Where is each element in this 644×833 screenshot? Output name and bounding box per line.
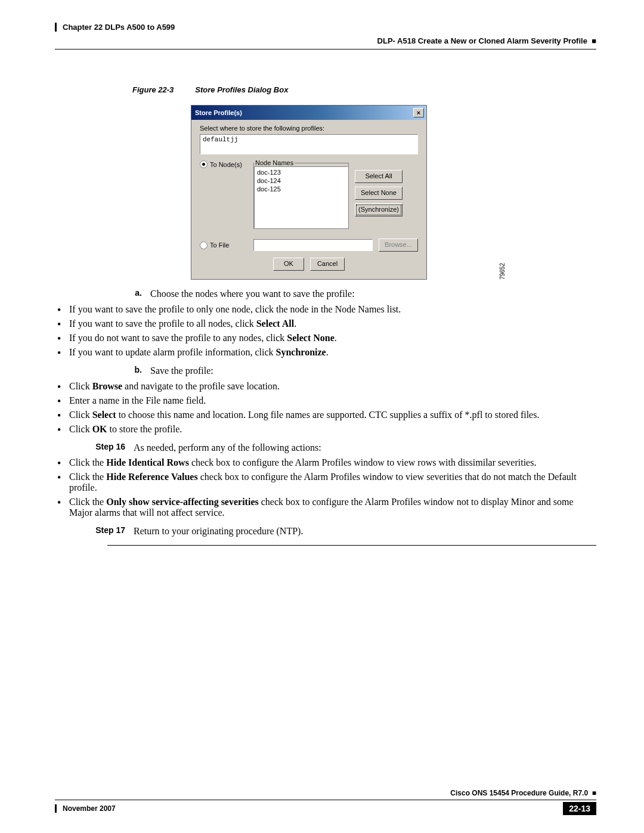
step-b-label: b. <box>55 365 150 374</box>
radio-to-nodes[interactable]: To Node(s) <box>200 160 247 168</box>
list-item: Click the Hide Identical Rows check box … <box>55 457 596 468</box>
node-names-fieldset: Node Names doc-123 doc-124 doc-125 <box>253 159 349 229</box>
close-icon[interactable]: × <box>413 108 424 117</box>
profiles-list[interactable]: defaultjj <box>200 134 418 154</box>
list-item: If you do not want to save the profile t… <box>55 333 596 343</box>
step-16-bullets: Click the Hide Identical Rows check box … <box>55 457 596 518</box>
list-item: Click Browse and navigate to the profile… <box>55 381 596 392</box>
synchronize-button[interactable]: (Synchronize) <box>355 203 402 216</box>
radio-to-file[interactable]: To File <box>200 241 247 249</box>
list-item: Click the Hide Reference Values check bo… <box>55 472 596 493</box>
node-names-list[interactable]: doc-123 doc-124 doc-125 <box>254 166 348 228</box>
step-a-label: a. <box>55 288 150 298</box>
step-b-bullets: Click Browse and navigate to the profile… <box>55 381 596 435</box>
dialog-instruction: Select where to store the following prof… <box>200 125 418 132</box>
list-item: Enter a name in the File name field. <box>55 395 596 406</box>
browse-button[interactable]: Browse... <box>379 239 418 252</box>
store-profiles-dialog: Store Profile(s) × Select where to store… <box>191 105 427 280</box>
page-number: 22-13 <box>563 802 596 815</box>
list-item: Click Select to choose this name and loc… <box>55 410 596 420</box>
file-path-input[interactable] <box>253 239 373 251</box>
list-item: If you want to save the profile to all n… <box>55 318 596 329</box>
footer-guide: Cisco ONS 15454 Procedure Guide, R7.0 ■ <box>55 789 596 797</box>
step-a-bullets: If you want to save the profile to only … <box>55 304 596 358</box>
dialog-titlebar: Store Profile(s) × <box>191 106 426 120</box>
dialog-title: Store Profile(s) <box>195 109 242 116</box>
step-17-text: Return to your originating procedure (NT… <box>134 525 596 538</box>
figure-caption: Figure 22-3Store Profiles Dialog Box <box>132 85 596 94</box>
list-item: If you want to update alarm profile info… <box>55 347 596 358</box>
cancel-button[interactable]: Cancel <box>310 258 345 271</box>
select-all-button[interactable]: Select All <box>355 170 402 183</box>
ok-button[interactable]: OK <box>273 258 304 271</box>
section-header: DLP- A518 Create a New or Cloned Alarm S… <box>55 36 596 45</box>
chapter-header: Chapter 22 DLPs A500 to A599 <box>55 23 596 32</box>
step-b-text: Save the profile: <box>150 365 596 377</box>
select-none-button[interactable]: Select None <box>355 187 402 200</box>
image-id: 79652 <box>499 263 506 280</box>
list-item: Click OK to store the profile. <box>55 424 596 435</box>
footer-date: November 2007 <box>55 804 116 813</box>
step-17-label: Step 17 <box>55 525 134 535</box>
step-16-label: Step 16 <box>55 442 134 451</box>
step-16-text: As needed, perform any of the following … <box>134 442 596 454</box>
list-item: Click the Only show service-affecting se… <box>55 497 596 518</box>
step-a-text: Choose the nodes where you want to save … <box>150 288 596 301</box>
list-item: If you want to save the profile to only … <box>55 304 596 315</box>
